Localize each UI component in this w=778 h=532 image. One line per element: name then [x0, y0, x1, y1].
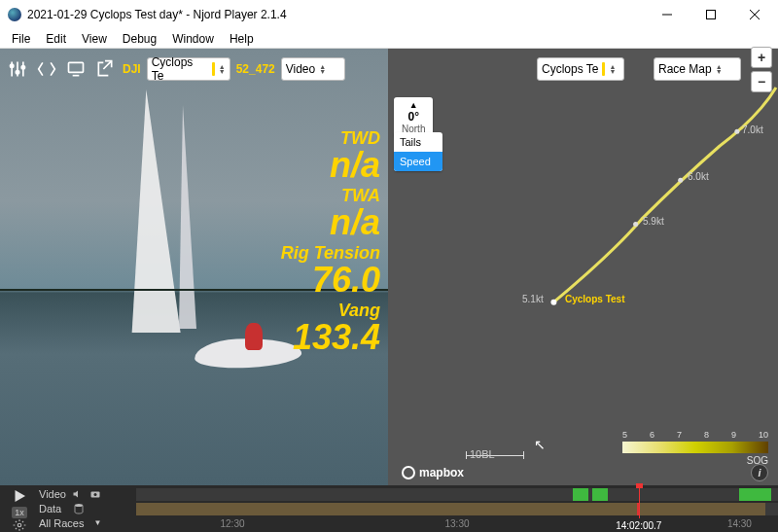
video-source-prefix: DJI — [123, 62, 141, 76]
twa-value: n/a — [281, 206, 380, 239]
timeline-row-video: Video — [39, 487, 136, 501]
map-toolbar: Cyclops Te▲▼ Race Map▲▼ + − — [388, 49, 778, 89]
track-point-3: 7.0kt — [742, 124, 763, 135]
track-point-0: 5.1kt — [522, 294, 544, 304]
rig-tension-value: 76.0 — [281, 264, 380, 297]
camera-icon[interactable] — [89, 488, 101, 500]
svg-point-21 — [93, 493, 96, 496]
playback-speed[interactable]: 1x — [12, 507, 27, 518]
mapbox-attribution[interactable]: mapbox — [402, 466, 464, 479]
zoom-in-button[interactable]: + — [751, 47, 772, 68]
sliders-icon[interactable] — [6, 57, 29, 81]
zoom-out-button[interactable]: − — [751, 71, 772, 92]
time-axis: 12:30 13:30 14:30 — [136, 518, 778, 532]
svg-rect-10 — [69, 62, 84, 72]
timeline: 1x Video Data All Races▼ 14:02:00.7 12:3… — [0, 485, 778, 532]
track-point-2: 6.0kt — [688, 171, 709, 182]
svg-rect-1 — [706, 11, 715, 19]
cursor-icon: ↖ — [534, 437, 546, 452]
window-close-button[interactable] — [732, 0, 776, 29]
svg-line-12 — [103, 61, 111, 69]
svg-point-14 — [633, 222, 638, 227]
timeline-row-data: Data — [39, 502, 136, 515]
menu-help[interactable]: Help — [222, 30, 262, 48]
map-pane[interactable]: Cyclops Te▲▼ Race Map▲▼ + − ▲ 0° North T… — [388, 49, 778, 485]
svg-point-18 — [18, 523, 21, 527]
svg-point-8 — [16, 71, 18, 74]
svg-point-13 — [550, 300, 556, 305]
window-titlebar: 2021-01-29 Cyclops Test day* - Njord Pla… — [0, 0, 778, 29]
timeline-row-all-races[interactable]: All Races▼ — [39, 516, 136, 530]
svg-marker-19 — [73, 491, 78, 498]
export-icon[interactable] — [93, 57, 117, 81]
map-type-dropdown[interactable]: Race Map▲▼ — [654, 57, 741, 81]
video-source-suffix: 52_472 — [236, 62, 275, 76]
svg-point-9 — [21, 66, 24, 69]
menu-window[interactable]: Window — [164, 30, 222, 48]
view-mode-dropdown[interactable]: Video▲▼ — [281, 57, 345, 81]
playhead[interactable] — [639, 485, 640, 518]
main-area: DJI Cyclops Te▲▼ 52_472 Video▲▼ TWD n/a … — [0, 49, 778, 485]
video-lane[interactable] — [136, 488, 778, 501]
menu-file[interactable]: File — [4, 30, 38, 48]
svg-point-16 — [734, 129, 739, 134]
play-button[interactable] — [11, 487, 28, 507]
timeline-settings-icon[interactable] — [13, 518, 26, 532]
track-path — [388, 49, 778, 486]
window-maximize-button[interactable] — [689, 0, 732, 29]
data-overlay: TWD n/a TWA n/a Rig Tension 76.0 Vang 13… — [281, 124, 380, 354]
menu-bar: File Edit View Debug Window Help — [0, 29, 778, 49]
timeline-tracks[interactable]: 14:02:00.7 12:30 13:30 14:30 — [136, 485, 778, 532]
speaker-icon[interactable] — [72, 488, 84, 500]
data-lane[interactable] — [136, 503, 778, 515]
track-point-1: 5.9kt — [643, 216, 664, 227]
video-source-dropdown[interactable]: Cyclops Te▲▼ — [147, 57, 230, 81]
vang-value: 133.4 — [281, 321, 380, 354]
menu-view[interactable]: View — [74, 30, 115, 48]
video-pane: DJI Cyclops Te▲▼ 52_472 Video▲▼ TWD n/a … — [0, 49, 388, 485]
window-title: 2021-01-29 Cyclops Test day* - Njord Pla… — [27, 8, 287, 21]
svg-point-15 — [678, 178, 683, 183]
track-boat-label: Cyclops Test — [565, 294, 625, 304]
info-button[interactable]: i — [751, 464, 768, 481]
svg-point-7 — [11, 64, 14, 67]
svg-marker-17 — [16, 490, 26, 502]
window-minimize-button[interactable] — [645, 0, 689, 29]
legend-label: SOG — [622, 455, 768, 466]
video-toolbar: DJI Cyclops Te▲▼ 52_472 Video▲▼ — [0, 49, 388, 89]
menu-edit[interactable]: Edit — [38, 30, 74, 48]
svg-point-22 — [75, 504, 83, 507]
database-icon[interactable] — [73, 503, 85, 514]
speed-legend: 5 6 7 8 9 10 SOG — [622, 430, 768, 466]
expand-icon[interactable] — [35, 57, 58, 81]
map-boat-dropdown[interactable]: Cyclops Te▲▼ — [537, 57, 624, 81]
twd-value: n/a — [281, 149, 380, 182]
monitor-icon[interactable] — [64, 57, 88, 81]
menu-debug[interactable]: Debug — [115, 30, 164, 48]
app-icon — [8, 8, 21, 21]
map-scale-label: 10BL — [470, 448, 495, 460]
